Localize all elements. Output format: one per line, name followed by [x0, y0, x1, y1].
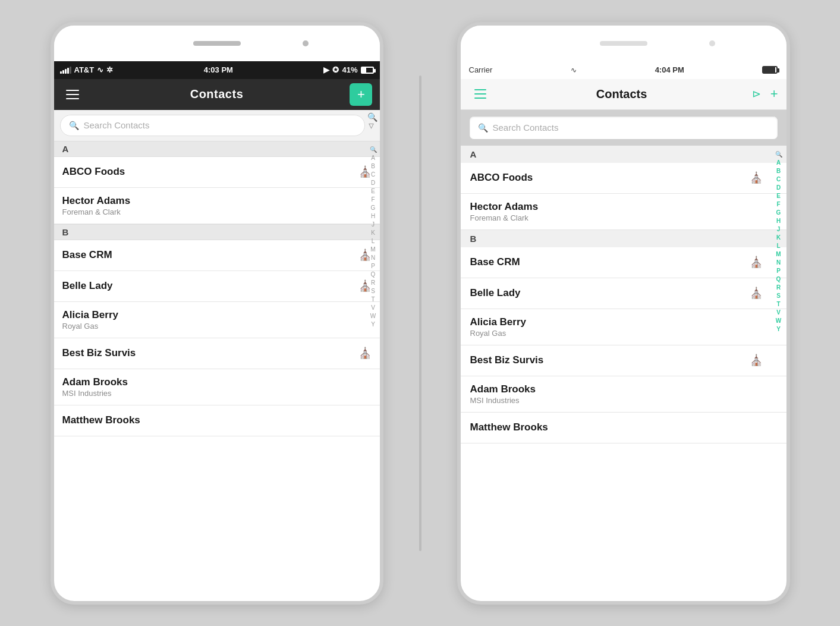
index-w-right[interactable]: W: [776, 317, 781, 325]
index-d-right[interactable]: D: [776, 184, 781, 191]
index-d[interactable]: D: [371, 179, 375, 187]
time-display-right: 4:04 PM: [655, 65, 684, 74]
index-j[interactable]: J: [372, 221, 375, 228]
bluetooth-icon: ✪: [332, 65, 339, 74]
index-n-right[interactable]: N: [776, 259, 781, 266]
nav-bar-right: Contacts ⊳ +: [461, 79, 786, 110]
index-y-right[interactable]: Y: [776, 325, 781, 333]
index-m[interactable]: M: [370, 246, 375, 253]
battery-fill-right: [763, 67, 775, 73]
contact-name: Best Biz Survis: [62, 347, 136, 359]
index-f-right[interactable]: F: [776, 200, 780, 208]
index-a[interactable]: A: [371, 154, 375, 162]
index-j-right[interactable]: J: [777, 225, 781, 233]
index-b[interactable]: B: [371, 162, 375, 170]
section-header-a-left: A: [54, 141, 380, 157]
index-h-right[interactable]: H: [776, 217, 781, 225]
search-icon-right: 🔍: [478, 123, 488, 133]
contact-alicia-berry-left[interactable]: Alicia Berry Royal Gas: [54, 302, 380, 338]
contact-name: Matthew Brooks: [62, 414, 140, 426]
signal-bars: [60, 67, 71, 74]
carrier-label-right: Carrier: [469, 65, 493, 74]
menu-button-right[interactable]: [469, 83, 492, 105]
index-c-right[interactable]: C: [776, 175, 781, 183]
contact-abco-foods-right[interactable]: ABCO Foods ⛪: [461, 163, 786, 194]
contact-name: Matthew Brooks: [470, 421, 548, 433]
battery-percent: 41%: [342, 65, 357, 74]
signal-bar-1: [60, 71, 62, 74]
index-s-right[interactable]: S: [776, 292, 781, 300]
contact-base-crm-left[interactable]: Base CRM ⛪: [54, 240, 380, 271]
index-k-right[interactable]: K: [776, 234, 781, 241]
contact-belle-lady-right[interactable]: Belle Lady ⛪: [461, 278, 786, 309]
hamburger-line-1-right: [474, 89, 486, 90]
right-phone: Carrier ∿ 4:04 PM Contacts ⊳ + �: [457, 22, 790, 605]
index-f[interactable]: F: [371, 196, 375, 203]
index-m-right[interactable]: M: [776, 250, 781, 258]
index-e[interactable]: E: [371, 187, 375, 195]
contact-name: Hector Adams: [470, 201, 539, 213]
index-v[interactable]: V: [371, 304, 375, 312]
contact-matthew-brooks-left[interactable]: Matthew Brooks: [54, 405, 380, 436]
search-bar-left[interactable]: 🔍 Search Contacts: [60, 115, 365, 136]
index-p[interactable]: P: [371, 262, 375, 270]
menu-button[interactable]: [61, 83, 84, 106]
index-c[interactable]: C: [371, 171, 375, 178]
contact-best-biz-left[interactable]: Best Biz Survis ⛪: [54, 338, 380, 369]
contact-belle-lady-left[interactable]: Belle Lady ⛪: [54, 271, 380, 302]
hamburger-line-1: [66, 90, 79, 91]
index-r-right[interactable]: R: [776, 284, 781, 291]
search-icon-left: 🔍: [69, 121, 79, 130]
contact-best-biz-right[interactable]: Best Biz Survis ⛪: [461, 345, 786, 376]
contact-hector-adams-left[interactable]: Hector Adams Foreman & Clark: [54, 188, 380, 224]
index-h[interactable]: H: [371, 212, 375, 220]
filter-icon-right[interactable]: ⊳: [752, 87, 761, 100]
contact-alicia-berry-right[interactable]: Alicia Berry Royal Gas: [461, 309, 786, 345]
index-n[interactable]: N: [371, 254, 375, 262]
index-r[interactable]: R: [371, 279, 375, 287]
contact-adam-brooks-right[interactable]: Adam Brooks MSI Industries: [461, 376, 786, 413]
contact-hector-adams-right[interactable]: Hector Adams Foreman & Clark: [461, 194, 786, 230]
index-t-right[interactable]: T: [776, 300, 780, 308]
index-l-right[interactable]: L: [776, 242, 780, 250]
add-icon-right[interactable]: +: [770, 86, 778, 102]
status-bar-left: AT&T ∿ ✲ 4:03 PM ▶ ✪ 41%: [54, 61, 380, 79]
contact-matthew-brooks-right[interactable]: Matthew Brooks: [461, 413, 786, 443]
index-k[interactable]: K: [371, 229, 375, 237]
contact-adam-brooks-left[interactable]: Adam Brooks MSI Industries: [54, 369, 380, 405]
index-g-right[interactable]: G: [776, 209, 781, 216]
building-icon: ⛪: [750, 256, 763, 269]
index-l[interactable]: L: [372, 237, 375, 245]
contact-base-crm-right[interactable]: Base CRM ⛪: [461, 247, 786, 278]
building-icon: ⛪: [750, 354, 763, 367]
index-q-right[interactable]: Q: [776, 275, 781, 283]
time-display: 4:03 PM: [204, 65, 233, 74]
index-a-right[interactable]: A: [776, 159, 781, 166]
index-t[interactable]: T: [371, 295, 375, 303]
loading-icon: ✲: [106, 65, 113, 74]
contacts-list-left: A ABCO Foods ⛪ Hector Adams Foreman & Cl…: [54, 141, 380, 601]
status-right-group: ▶ ✪ 41%: [323, 65, 373, 74]
index-q[interactable]: Q: [371, 270, 376, 278]
index-s[interactable]: S: [371, 287, 375, 295]
index-v-right[interactable]: V: [776, 309, 781, 316]
building-icon: ⛪: [750, 171, 763, 184]
nav-actions-right: ⊳ +: [752, 86, 778, 102]
contact-abco-foods-left[interactable]: ABCO Foods ⛪: [54, 157, 380, 188]
index-y[interactable]: Y: [371, 320, 375, 328]
index-g[interactable]: G: [371, 204, 376, 212]
index-b-right[interactable]: B: [776, 167, 781, 175]
contact-name: Adam Brooks: [62, 376, 128, 388]
search-bar-right[interactable]: 🔍 Search Contacts: [469, 116, 778, 140]
search-corner-icon: 🔍: [367, 112, 377, 122]
add-contact-button[interactable]: +: [350, 83, 372, 106]
nav-title-left: Contacts: [190, 87, 244, 101]
index-search-right[interactable]: 🔍: [775, 150, 782, 158]
contact-name: Alicia Berry: [470, 316, 527, 328]
contact-name: Adam Brooks: [470, 383, 536, 395]
index-w[interactable]: W: [370, 312, 376, 320]
index-p-right[interactable]: P: [776, 267, 781, 275]
index-e-right[interactable]: E: [776, 192, 781, 200]
search-placeholder-left: Search Contacts: [84, 120, 150, 130]
index-search[interactable]: 🔍: [370, 146, 377, 153]
